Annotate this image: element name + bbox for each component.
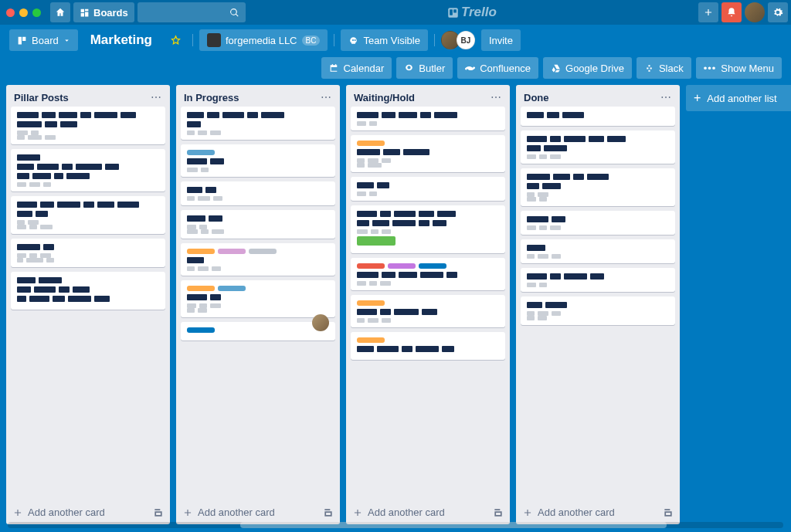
confluence-icon [465,63,475,73]
notifications-button[interactable] [721,2,742,22]
list-menu-button[interactable]: ⋯ [321,91,332,103]
powerup-slack[interactable]: Slack [637,57,691,79]
invite-button[interactable]: Invite [481,29,521,51]
powerup-google-drive[interactable]: Google Drive [543,57,632,79]
visibility-button[interactable]: Team Visible [341,29,427,51]
board-canvas[interactable]: Pillar Posts ⋯ Add another card In Progr… [0,85,791,524]
list-title[interactable]: In Progress [184,92,239,103]
list-title[interactable]: Done [524,92,549,103]
add-list-button[interactable]: +Add another list [686,85,791,111]
card-badges [17,258,159,263]
card[interactable] [11,149,165,191]
card-label[interactable] [357,337,385,343]
card-label[interactable] [218,249,246,254]
window-controls[interactable] [3,8,47,17]
card[interactable] [351,295,505,327]
minimize-window-icon[interactable] [19,8,28,17]
card-label[interactable] [187,249,215,254]
show-menu-button[interactable]: ••• Show Menu [696,57,782,79]
powerup-confluence[interactable]: Confluence [457,57,538,79]
list-title[interactable]: Waiting/Hold [354,92,415,103]
card-badges [357,281,499,286]
horizontal-scrollbar[interactable] [8,522,783,528]
board-members[interactable]: BJ [441,31,475,49]
list-header: Done ⋯ [516,85,680,107]
card[interactable] [521,107,675,126]
add-card-button[interactable]: Add another card [522,507,615,518]
card-label[interactable] [187,150,215,155]
user-avatar[interactable] [745,2,765,22]
card-text-line [527,145,669,151]
template-icon[interactable] [153,507,164,518]
top-nav: Boards Trello [0,0,791,25]
scrollbar-thumb[interactable] [240,522,667,528]
card[interactable] [181,210,335,239]
template-icon[interactable] [663,507,674,518]
card-text-line [17,112,159,118]
list-menu-button[interactable]: ⋯ [151,91,162,103]
card[interactable] [11,107,165,144]
plus-icon [12,507,23,518]
fullscreen-window-icon[interactable] [32,8,41,17]
add-card-button[interactable]: Add another card [352,507,445,518]
close-window-icon[interactable] [6,8,15,17]
card-label[interactable] [357,300,385,306]
card[interactable] [521,268,675,292]
card[interactable] [181,243,335,276]
member-avatar[interactable]: BJ [457,31,475,49]
card-label[interactable] [419,263,446,269]
card[interactable] [181,107,335,140]
home-button[interactable] [50,2,70,22]
card-label[interactable] [249,249,277,254]
card-label[interactable] [357,141,385,146]
card-label[interactable] [187,327,215,333]
card[interactable] [521,211,675,235]
powerup-butler[interactable]: Butler [396,57,453,79]
card[interactable] [521,130,675,164]
team-button[interactable]: forgemedia LLC BC [199,29,328,51]
trello-logo[interactable]: Trello [447,5,497,20]
card[interactable] [351,177,505,201]
card-label[interactable] [218,286,246,291]
card-badges [527,225,669,230]
card[interactable] [351,107,505,130]
card[interactable] [11,196,165,234]
list-title[interactable]: Pillar Posts [14,92,69,103]
create-button[interactable] [698,2,718,22]
star-board-button[interactable] [165,29,186,51]
board-name[interactable]: Marketing [84,32,158,48]
list-menu-button[interactable]: ⋯ [660,91,672,103]
due-date-badge[interactable] [357,236,396,246]
card[interactable] [521,296,675,325]
card[interactable] [351,332,505,360]
template-icon[interactable] [323,507,334,518]
card[interactable] [181,144,335,177]
template-icon[interactable] [493,507,504,518]
card-text-line [17,154,159,161]
card[interactable] [521,239,675,263]
add-card-button[interactable]: Add another card [12,507,105,518]
list-menu-button[interactable]: ⋯ [491,91,502,103]
add-card-button[interactable]: Add another card [182,507,275,518]
card-text-line [357,211,499,217]
card-text-line [187,257,329,263]
card[interactable] [181,181,335,205]
board-view-toggle[interactable]: Board [9,29,78,51]
powerup-calendar[interactable]: Calendar [321,57,392,79]
card[interactable] [351,205,505,253]
card[interactable] [351,258,505,290]
card-label[interactable] [187,286,215,291]
card[interactable] [521,168,675,206]
card[interactable] [181,280,335,317]
settings-button[interactable] [768,2,788,22]
search-input[interactable] [137,2,246,22]
card-member-avatar[interactable] [312,314,329,331]
card-labels [187,327,312,333]
card-label[interactable] [388,263,416,269]
boards-button[interactable]: Boards [73,2,134,22]
card[interactable] [11,272,165,310]
card-label[interactable] [357,263,385,269]
card[interactable] [11,239,165,267]
card[interactable] [351,135,505,172]
card-text-line [527,112,669,118]
